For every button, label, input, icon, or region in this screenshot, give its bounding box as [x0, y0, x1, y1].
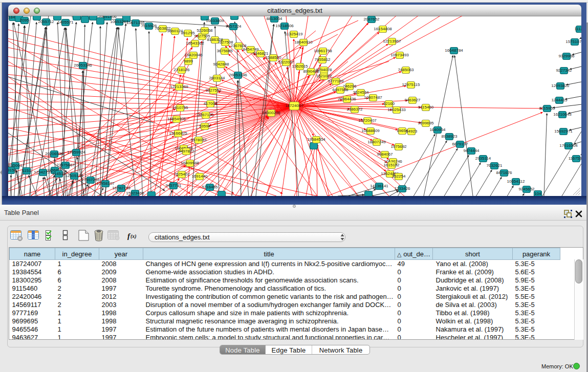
svg-text:11128: 11128: [574, 27, 581, 31]
svg-text:15720407: 15720407: [358, 118, 377, 123]
svg-text:1244415: 1244415: [551, 98, 568, 102]
svg-text:1733426: 1733426: [394, 186, 410, 191]
svg-text:8186328: 8186328: [207, 37, 223, 42]
svg-text:8215955: 8215955: [539, 106, 555, 111]
svg-text:10688609: 10688609: [361, 128, 380, 133]
svg-text:15923466: 15923466: [126, 191, 144, 195]
svg-text:20364436: 20364436: [338, 97, 356, 101]
svg-text:417006: 417006: [204, 101, 217, 106]
svg-text:7857224: 7857224: [225, 24, 242, 29]
svg-text:1405571: 1405571: [57, 20, 74, 25]
svg-text:9777169: 9777169: [328, 79, 344, 83]
svg-text:2087652: 2087652: [363, 17, 380, 21]
svg-text:17016504: 17016504: [559, 143, 578, 148]
svg-text:17359924: 17359924: [67, 150, 85, 155]
svg-text:16648784: 16648784: [445, 48, 463, 53]
svg-text:23975867: 23975867: [56, 163, 75, 167]
svg-text:12975115: 12975115: [402, 82, 421, 87]
svg-text:5578033: 5578033: [190, 138, 207, 142]
svg-text:16033809: 16033809: [206, 18, 224, 23]
svg-text:9427552: 9427552: [205, 88, 222, 93]
svg-text:23420046: 23420046: [184, 53, 203, 57]
svg-text:62160: 62160: [383, 101, 395, 106]
svg-text:7632621: 7632621: [486, 163, 503, 168]
svg-text:5226058: 5226058: [197, 28, 213, 33]
svg-text:9084067: 9084067: [377, 152, 393, 157]
svg-text:19384554: 19384554: [307, 137, 325, 142]
svg-text:9242848: 9242848: [213, 62, 229, 67]
svg-text:18807249: 18807249: [367, 140, 386, 144]
svg-text:3267130: 3267130: [198, 113, 214, 117]
svg-text:18300295: 18300295: [262, 111, 280, 115]
svg-text:1975692: 1975692: [390, 144, 407, 149]
svg-text:14136141: 14136141: [370, 184, 388, 188]
svg-text:12213967: 12213967: [383, 39, 401, 43]
svg-text:16154808: 16154808: [374, 27, 392, 31]
svg-text:9899: 9899: [184, 59, 193, 63]
svg-text:16961758: 16961758: [314, 49, 332, 53]
svg-text:2718126: 2718126: [173, 68, 190, 72]
svg-text:16854905: 16854905: [167, 117, 186, 121]
svg-text:2386372: 2386372: [346, 107, 363, 112]
svg-text:16782759: 16782759: [112, 186, 130, 190]
svg-text:1640954: 1640954: [429, 127, 446, 132]
svg-text:16409948: 16409948: [181, 161, 199, 165]
svg-text:15751074: 15751074: [565, 39, 581, 44]
svg-text:9699695: 9699695: [418, 121, 434, 125]
svg-text:9115460: 9115460: [418, 105, 434, 110]
svg-text:(x): (x): [130, 233, 137, 239]
svg-text:26053346: 26053346: [229, 73, 247, 77]
svg-text:1362615: 1362615: [292, 64, 308, 69]
svg-text:39154: 39154: [8, 168, 17, 172]
svg-text:1151: 1151: [22, 168, 31, 173]
svg-text:8938923: 8938923: [441, 134, 458, 139]
svg-text:53594: 53594: [199, 124, 211, 128]
svg-text:11325419: 11325419: [285, 32, 303, 36]
svg-text:3497822: 3497822: [178, 149, 194, 154]
svg-text:6497568: 6497568: [332, 87, 349, 92]
svg-text:8813054: 8813054: [266, 16, 282, 21]
svg-text:10025433: 10025433: [387, 107, 406, 112]
svg-text:10653267: 10653267: [110, 19, 128, 24]
svg-text:1910755: 1910755: [172, 105, 188, 110]
svg-text:114519: 114519: [52, 171, 66, 176]
svg-text:9329966: 9329966: [558, 54, 575, 58]
svg-text:1691440: 1691440: [191, 174, 208, 179]
svg-text:19166825: 19166825: [169, 131, 187, 136]
svg-text:1621022: 1621022: [316, 74, 332, 78]
svg-text:9245652: 9245652: [518, 187, 535, 191]
svg-text:16543362: 16543362: [186, 41, 204, 46]
svg-text:9457791: 9457791: [165, 183, 182, 188]
svg-text:12213369: 12213369: [170, 84, 188, 89]
svg-text:18724007: 18724007: [285, 103, 303, 108]
svg-text:2095: 2095: [20, 18, 29, 23]
svg-text:5716485: 5716485: [202, 185, 218, 189]
svg-text:252254: 252254: [392, 174, 406, 179]
svg-text:19218506: 19218506: [275, 24, 294, 28]
svg-text:3624534: 3624534: [353, 90, 369, 95]
svg-text:6879197: 6879197: [452, 142, 468, 146]
svg-text:8471676: 8471676: [496, 170, 512, 175]
svg-text:9227342: 9227342: [556, 68, 572, 73]
svg-text:1588520: 1588520: [265, 55, 281, 60]
svg-text:9474444: 9474444: [463, 148, 480, 153]
svg-text:12505135: 12505135: [65, 173, 83, 178]
svg-text:1615132: 1615132: [383, 163, 400, 167]
svg-text:10654112: 10654112: [507, 179, 526, 184]
svg-text:2055712: 2055712: [38, 19, 54, 24]
svg-text:10973493: 10973493: [390, 53, 409, 57]
svg-text:7955812: 7955812: [314, 57, 331, 62]
svg-text:2803144: 2803144: [209, 76, 225, 80]
svg-text:7485063: 7485063: [398, 68, 414, 72]
svg-text:14923: 14923: [406, 129, 418, 134]
svg-text:10958107: 10958107: [96, 181, 115, 186]
svg-text:18640910: 18640910: [294, 40, 313, 45]
svg-text:891295: 891295: [181, 31, 195, 35]
svg-text:7625402: 7625402: [173, 172, 190, 177]
svg-text:104: 104: [534, 191, 541, 196]
svg-text:12093822: 12093822: [551, 83, 570, 88]
svg-text:3675685: 3675685: [216, 49, 233, 53]
svg-text:9463627: 9463627: [404, 98, 421, 102]
svg-text:15692971: 15692971: [554, 129, 573, 134]
svg-text:16210643: 16210643: [553, 112, 572, 117]
